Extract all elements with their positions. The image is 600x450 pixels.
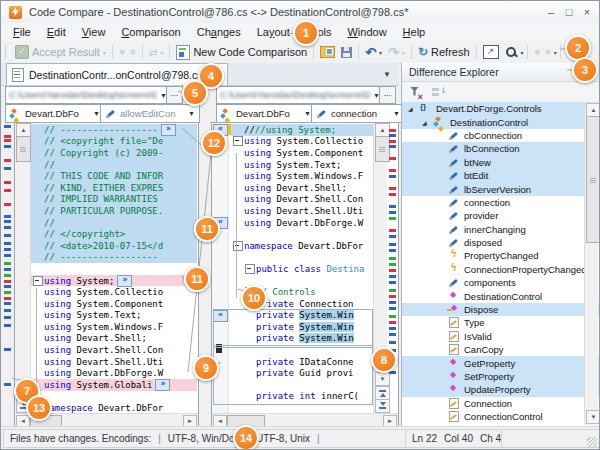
tree-item-ConnectionControl[interactable]: ConnectionControl [402, 410, 599, 423]
diff-map-mark[interactable] [4, 145, 11, 148]
diff-map-mark[interactable] [389, 327, 396, 330]
diff-map-mark[interactable] [389, 134, 396, 137]
tree-item-PropertyChanged[interactable]: PropertyChanged [402, 249, 599, 262]
tree-item-DestinationControl[interactable]: DestinationControl [402, 289, 599, 302]
diff-map-mark[interactable] [389, 235, 396, 238]
diff-map-mark[interactable] [4, 159, 11, 162]
diff-map-mark[interactable] [4, 268, 11, 271]
tree-item-Type[interactable]: Type [402, 316, 599, 329]
swap-sides-button[interactable]: ⇄▾ [146, 47, 166, 58]
prev-difference-button[interactable]: » [542, 47, 554, 57]
tree-item-GetProperty[interactable]: GetProperty [402, 356, 599, 369]
scrollbar-thumb[interactable] [16, 136, 31, 162]
new-code-comparison-button[interactable]: New Code Comparison [173, 45, 310, 60]
diff-map-mark[interactable] [389, 321, 396, 324]
close-button[interactable]: × [579, 5, 595, 20]
diff-map-mark[interactable] [389, 295, 396, 298]
sort-icon[interactable] [432, 86, 445, 99]
menu-file[interactable]: File [5, 24, 39, 40]
diff-map-mark[interactable] [389, 243, 396, 246]
diff-map-mark[interactable] [4, 242, 11, 245]
diff-map-mark[interactable] [389, 315, 396, 318]
diff-map-mark[interactable] [4, 203, 11, 206]
scroll-up-icon[interactable]: ▲ [16, 123, 31, 137]
right-member-combobox[interactable]: connection ▼ [311, 104, 405, 123]
diff-map-mark[interactable] [389, 229, 396, 232]
diff-map-mark[interactable] [4, 316, 11, 319]
right-horizontal-scrollbar[interactable]: ◄ ► [212, 413, 398, 427]
diff-map-mark[interactable] [4, 280, 11, 283]
fold-collapse-icon[interactable] [33, 276, 43, 286]
redo-button[interactable]: ↷▾ [385, 46, 408, 59]
tree-item-btNew[interactable]: btNew [402, 156, 599, 169]
diff-map-mark[interactable] [389, 169, 396, 172]
filter-icon[interactable] [409, 86, 422, 99]
diff-map-mark[interactable] [389, 341, 396, 344]
undo-button[interactable]: ↶▾ [362, 46, 385, 59]
right-diff-overview-map[interactable] [388, 125, 398, 382]
diff-map-mark[interactable] [4, 234, 11, 237]
diff-map-mark[interactable] [4, 248, 11, 251]
diff-map-mark[interactable] [389, 275, 396, 278]
fold-collapse-icon[interactable] [233, 136, 243, 146]
expand-arrow-icon[interactable]: ◢ [408, 105, 420, 112]
diff-map-mark[interactable] [4, 254, 11, 257]
save-button[interactable] [338, 47, 355, 58]
menu-changes[interactable]: Changes [189, 24, 249, 40]
prev-change-nav-button[interactable] [375, 386, 390, 400]
right-browse-button[interactable]: ... [379, 86, 396, 104]
menu-help[interactable]: Help [395, 24, 434, 40]
diff-map-mark[interactable] [389, 249, 396, 252]
diff-map-mark[interactable] [4, 262, 11, 265]
diff-map-mark[interactable] [389, 205, 396, 208]
accept-result-button[interactable]: ✓ Accept Result ▾ [12, 45, 109, 59]
diff-map-mark[interactable] [389, 217, 396, 220]
diff-map-mark[interactable] [389, 333, 396, 336]
tree-vertical-scrollbar[interactable]: ▲ ▼ [584, 103, 598, 425]
tree-item-Connection[interactable]: Connection [402, 397, 599, 410]
diff-map-mark[interactable] [4, 274, 11, 277]
diff-map-mark[interactable] [389, 263, 396, 266]
resize-grip[interactable] [587, 437, 597, 447]
scroll-up-icon[interactable]: ▲ [586, 103, 600, 117]
menu-layout[interactable]: Layout [249, 24, 298, 40]
refresh-button[interactable]: ↻ Refresh [415, 46, 473, 58]
next-change-button[interactable]: » [116, 47, 128, 57]
next-change-nav-button[interactable] [375, 399, 390, 413]
tree-item-IsValid[interactable]: IsValid [402, 330, 599, 343]
menu-view[interactable]: View [74, 24, 114, 40]
diff-map-mark[interactable] [4, 139, 11, 142]
tree-item-UpdateProperty[interactable]: UpdateProperty [402, 383, 599, 396]
diff-map-mark[interactable] [389, 187, 396, 190]
diff-map-mark[interactable] [389, 307, 396, 310]
diff-map-mark[interactable] [4, 309, 11, 312]
left-diff-overview-map[interactable] [4, 123, 12, 409]
diff-map-mark[interactable] [389, 211, 396, 214]
tree-item-provider[interactable]: provider [402, 209, 599, 222]
diff-map-mark[interactable] [389, 257, 396, 260]
prev-change-button[interactable]: » [127, 47, 139, 57]
diff-map-mark[interactable] [4, 348, 11, 351]
tree-item-SetProperty[interactable]: SetProperty [402, 370, 599, 383]
diff-map-mark[interactable] [4, 285, 11, 288]
next-difference-button[interactable]: » [531, 47, 543, 57]
diff-map-mark[interactable] [4, 215, 11, 218]
diff-map-mark[interactable] [389, 289, 396, 292]
diff-map-mark[interactable] [4, 226, 11, 229]
diff-map-mark[interactable] [389, 175, 396, 178]
chevron-down-icon[interactable]: ▾ [521, 49, 524, 56]
tree-item-components[interactable]: components [402, 276, 599, 289]
difference-explorer-header[interactable]: Difference Explorer [402, 63, 599, 82]
left-member-combobox[interactable]: allowEditCon ▼ [100, 104, 200, 123]
toolbar-grip[interactable] [5, 45, 10, 59]
maximize-button[interactable]: □ [561, 5, 577, 20]
expand-arrow-icon[interactable]: ◢ [422, 119, 434, 126]
copy-change-right-button[interactable]: » [161, 124, 176, 136]
tree-item-btEdit[interactable]: btEdit [402, 169, 599, 182]
find-button[interactable] [502, 46, 521, 59]
open-button[interactable] [317, 46, 338, 58]
menu-comparison[interactable]: Comparison [113, 24, 188, 40]
fold-collapse-icon[interactable] [233, 241, 243, 251]
tree-item-DestinationControl[interactable]: ◢DestinationControl [402, 115, 599, 128]
diff-map-mark[interactable] [4, 383, 11, 386]
